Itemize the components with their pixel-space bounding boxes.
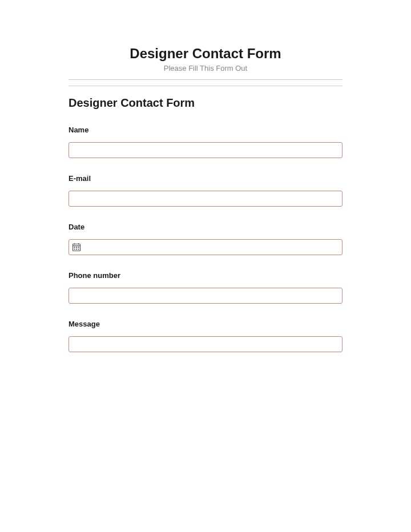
date-label: Date — [68, 223, 342, 231]
phone-input[interactable] — [68, 288, 342, 304]
field-name: Name — [68, 126, 342, 158]
page-header: Designer Contact Form Please Fill This F… — [68, 46, 342, 86]
field-phone: Phone number — [68, 271, 342, 304]
email-input[interactable] — [68, 191, 342, 207]
page-title: Designer Contact Form — [68, 46, 342, 62]
phone-label: Phone number — [68, 271, 342, 280]
form-title: Designer Contact Form — [68, 96, 342, 110]
name-label: Name — [68, 126, 342, 134]
page-subtitle: Please Fill This Form Out — [68, 64, 342, 80]
name-input[interactable] — [68, 142, 342, 158]
message-input[interactable] — [68, 336, 342, 352]
date-input[interactable] — [68, 239, 342, 255]
field-date: Date — [68, 223, 342, 255]
field-message: Message — [68, 320, 342, 352]
message-label: Message — [68, 320, 342, 328]
email-label: E-mail — [68, 174, 342, 183]
field-email: E-mail — [68, 174, 342, 207]
date-input-wrap — [68, 239, 342, 255]
